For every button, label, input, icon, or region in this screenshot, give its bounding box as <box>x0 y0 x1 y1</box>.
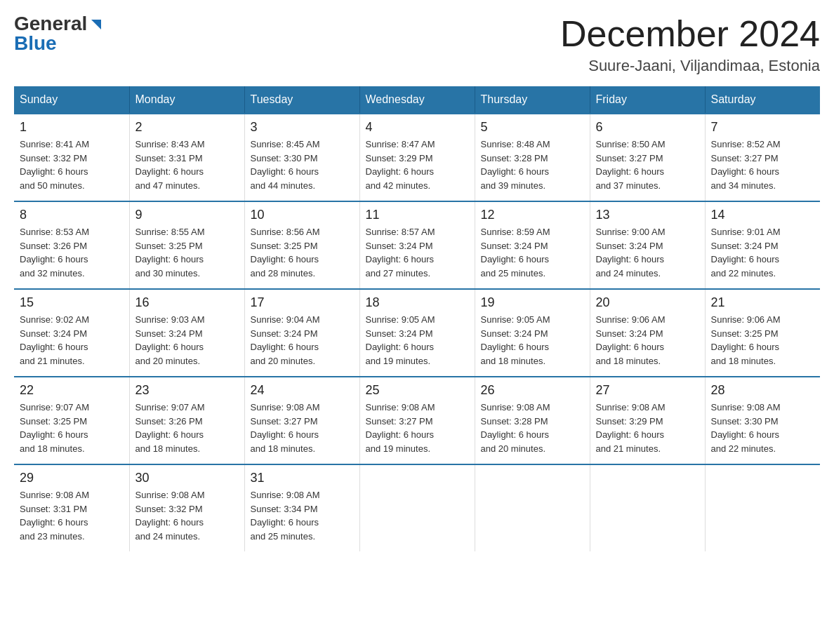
calendar-cell <box>359 464 475 551</box>
calendar-cell: 2 Sunrise: 8:43 AM Sunset: 3:31 PM Dayli… <box>129 114 244 201</box>
calendar-cell: 5 Sunrise: 8:48 AM Sunset: 3:28 PM Dayli… <box>475 114 590 201</box>
day-number: 9 <box>135 208 239 222</box>
day-info: Sunrise: 8:45 AM Sunset: 3:30 PM Dayligh… <box>251 137 354 192</box>
calendar-cell: 27 Sunrise: 9:08 AM Sunset: 3:29 PM Dayl… <box>590 377 705 464</box>
calendar-cell: 31 Sunrise: 9:08 AM Sunset: 3:34 PM Dayl… <box>244 464 359 551</box>
calendar-cell: 1 Sunrise: 8:41 AM Sunset: 3:32 PM Dayli… <box>14 114 129 201</box>
calendar-cell: 18 Sunrise: 9:05 AM Sunset: 3:24 PM Dayl… <box>359 289 475 377</box>
day-info: Sunrise: 8:53 AM Sunset: 3:26 PM Dayligh… <box>20 225 124 280</box>
calendar-cell <box>590 464 705 551</box>
day-info: Sunrise: 9:03 AM Sunset: 3:24 PM Dayligh… <box>135 313 239 368</box>
day-info: Sunrise: 9:01 AM Sunset: 3:24 PM Dayligh… <box>711 225 815 280</box>
calendar-cell: 7 Sunrise: 8:52 AM Sunset: 3:27 PM Dayli… <box>705 114 820 201</box>
day-number: 1 <box>20 120 124 135</box>
day-number: 24 <box>251 383 354 398</box>
calendar-cell: 6 Sunrise: 8:50 AM Sunset: 3:27 PM Dayli… <box>590 114 705 201</box>
week-row-4: 22 Sunrise: 9:07 AM Sunset: 3:25 PM Dayl… <box>14 377 820 464</box>
calendar-cell: 14 Sunrise: 9:01 AM Sunset: 3:24 PM Dayl… <box>705 201 820 289</box>
calendar-cell: 30 Sunrise: 9:08 AM Sunset: 3:32 PM Dayl… <box>129 464 244 551</box>
weekday-header-thursday: Thursday <box>475 86 590 114</box>
day-number: 4 <box>366 120 469 135</box>
day-number: 7 <box>711 120 815 135</box>
day-number: 3 <box>251 120 354 135</box>
day-info: Sunrise: 9:08 AM Sunset: 3:28 PM Dayligh… <box>481 401 584 455</box>
day-info: Sunrise: 9:02 AM Sunset: 3:24 PM Dayligh… <box>20 313 124 368</box>
day-number: 2 <box>135 120 239 135</box>
day-info: Sunrise: 9:04 AM Sunset: 3:24 PM Dayligh… <box>251 313 354 368</box>
calendar-cell: 3 Sunrise: 8:45 AM Sunset: 3:30 PM Dayli… <box>244 114 359 201</box>
calendar-cell <box>705 464 820 551</box>
calendar-cell: 23 Sunrise: 9:07 AM Sunset: 3:26 PM Dayl… <box>129 377 244 464</box>
day-info: Sunrise: 8:43 AM Sunset: 3:31 PM Dayligh… <box>135 137 239 192</box>
week-row-3: 15 Sunrise: 9:02 AM Sunset: 3:24 PM Dayl… <box>14 289 820 377</box>
calendar-cell: 29 Sunrise: 9:08 AM Sunset: 3:31 PM Dayl… <box>14 464 129 551</box>
day-number: 14 <box>711 208 815 222</box>
day-info: Sunrise: 8:41 AM Sunset: 3:32 PM Dayligh… <box>20 137 124 192</box>
calendar-cell: 4 Sunrise: 8:47 AM Sunset: 3:29 PM Dayli… <box>359 114 475 201</box>
calendar-cell: 10 Sunrise: 8:56 AM Sunset: 3:25 PM Dayl… <box>244 201 359 289</box>
day-info: Sunrise: 9:05 AM Sunset: 3:24 PM Dayligh… <box>366 313 469 368</box>
day-info: Sunrise: 9:08 AM Sunset: 3:29 PM Dayligh… <box>596 401 699 455</box>
day-number: 12 <box>481 208 584 222</box>
day-number: 21 <box>711 295 815 310</box>
day-info: Sunrise: 9:08 AM Sunset: 3:27 PM Dayligh… <box>251 401 354 455</box>
title-section: December 2024 Suure-Jaani, Viljandimaa, … <box>560 14 820 75</box>
day-info: Sunrise: 8:55 AM Sunset: 3:25 PM Dayligh… <box>135 225 239 280</box>
calendar-table: SundayMondayTuesdayWednesdayThursdayFrid… <box>14 86 820 551</box>
day-number: 29 <box>20 471 124 485</box>
day-info: Sunrise: 8:47 AM Sunset: 3:29 PM Dayligh… <box>366 137 469 192</box>
calendar-cell: 22 Sunrise: 9:07 AM Sunset: 3:25 PM Dayl… <box>14 377 129 464</box>
svg-marker-0 <box>91 20 101 29</box>
day-info: Sunrise: 9:08 AM Sunset: 3:34 PM Dayligh… <box>251 488 354 543</box>
day-info: Sunrise: 9:00 AM Sunset: 3:24 PM Dayligh… <box>596 225 699 280</box>
day-number: 8 <box>20 208 124 222</box>
day-number: 13 <box>596 208 699 222</box>
day-number: 16 <box>135 295 239 310</box>
calendar-cell: 19 Sunrise: 9:05 AM Sunset: 3:24 PM Dayl… <box>475 289 590 377</box>
day-info: Sunrise: 9:06 AM Sunset: 3:24 PM Dayligh… <box>596 313 699 368</box>
calendar-cell <box>475 464 590 551</box>
calendar-cell: 17 Sunrise: 9:04 AM Sunset: 3:24 PM Dayl… <box>244 289 359 377</box>
day-info: Sunrise: 8:57 AM Sunset: 3:24 PM Dayligh… <box>366 225 469 280</box>
weekday-header-monday: Monday <box>129 86 244 114</box>
logo-triangle-icon <box>88 17 104 32</box>
calendar-cell: 12 Sunrise: 8:59 AM Sunset: 3:24 PM Dayl… <box>475 201 590 289</box>
day-info: Sunrise: 9:07 AM Sunset: 3:26 PM Dayligh… <box>135 401 239 455</box>
day-number: 19 <box>481 295 584 310</box>
day-number: 5 <box>481 120 584 135</box>
day-info: Sunrise: 9:05 AM Sunset: 3:24 PM Dayligh… <box>481 313 584 368</box>
day-info: Sunrise: 9:08 AM Sunset: 3:27 PM Dayligh… <box>366 401 469 455</box>
day-number: 23 <box>135 383 239 398</box>
logo-general: General <box>14 14 87 34</box>
day-number: 11 <box>366 208 469 222</box>
weekday-header-saturday: Saturday <box>705 86 820 114</box>
weekday-header-tuesday: Tuesday <box>244 86 359 114</box>
day-info: Sunrise: 8:56 AM Sunset: 3:25 PM Dayligh… <box>251 225 354 280</box>
day-number: 26 <box>481 383 584 398</box>
day-info: Sunrise: 9:08 AM Sunset: 3:31 PM Dayligh… <box>20 488 124 543</box>
day-number: 31 <box>251 471 354 485</box>
day-number: 18 <box>366 295 469 310</box>
day-info: Sunrise: 8:50 AM Sunset: 3:27 PM Dayligh… <box>596 137 699 192</box>
calendar-cell: 25 Sunrise: 9:08 AM Sunset: 3:27 PM Dayl… <box>359 377 475 464</box>
weekday-header-row: SundayMondayTuesdayWednesdayThursdayFrid… <box>14 86 820 114</box>
page-header: General Blue December 2024 Suure-Jaani, … <box>14 14 820 75</box>
calendar-cell: 15 Sunrise: 9:02 AM Sunset: 3:24 PM Dayl… <box>14 289 129 377</box>
weekday-header-friday: Friday <box>590 86 705 114</box>
day-number: 17 <box>251 295 354 310</box>
day-number: 6 <box>596 120 699 135</box>
day-info: Sunrise: 8:52 AM Sunset: 3:27 PM Dayligh… <box>711 137 815 192</box>
day-number: 15 <box>20 295 124 310</box>
calendar-cell: 16 Sunrise: 9:03 AM Sunset: 3:24 PM Dayl… <box>129 289 244 377</box>
day-info: Sunrise: 9:07 AM Sunset: 3:25 PM Dayligh… <box>20 401 124 455</box>
calendar-cell: 26 Sunrise: 9:08 AM Sunset: 3:28 PM Dayl… <box>475 377 590 464</box>
week-row-5: 29 Sunrise: 9:08 AM Sunset: 3:31 PM Dayl… <box>14 464 820 551</box>
day-number: 10 <box>251 208 354 222</box>
day-info: Sunrise: 8:59 AM Sunset: 3:24 PM Dayligh… <box>481 225 584 280</box>
day-number: 27 <box>596 383 699 398</box>
day-number: 20 <box>596 295 699 310</box>
calendar-cell: 11 Sunrise: 8:57 AM Sunset: 3:24 PM Dayl… <box>359 201 475 289</box>
calendar-cell: 28 Sunrise: 9:08 AM Sunset: 3:30 PM Dayl… <box>705 377 820 464</box>
logo-blue: Blue <box>14 34 57 53</box>
day-info: Sunrise: 9:08 AM Sunset: 3:30 PM Dayligh… <box>711 401 815 455</box>
